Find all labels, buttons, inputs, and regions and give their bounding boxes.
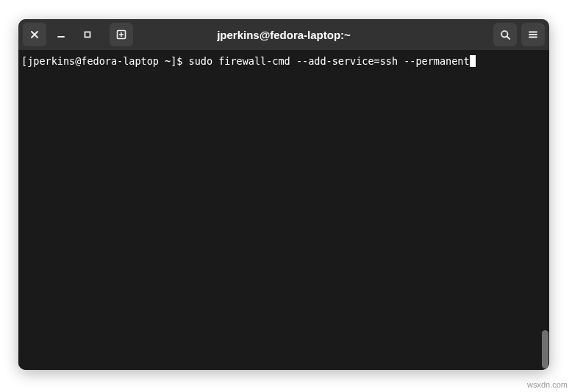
scrollbar-thumb[interactable]: [542, 330, 548, 368]
scrollbar[interactable]: [540, 50, 549, 370]
maximize-button[interactable]: [76, 23, 99, 46]
menu-button[interactable]: [521, 23, 545, 46]
hamburger-icon: [528, 29, 538, 40]
search-button[interactable]: [493, 23, 517, 46]
terminal-window: jperkins@fedora-laptop:~ [jperkins@fedor…: [18, 19, 549, 370]
window-title: jperkins@fedora-laptop:~: [217, 29, 351, 41]
terminal-line: [jperkins@fedora-laptop ~]$ sudo firewal…: [21, 54, 546, 68]
close-icon: [30, 30, 39, 39]
terminal-body[interactable]: [jperkins@fedora-laptop ~]$ sudo firewal…: [18, 50, 549, 370]
shell-prompt: [jperkins@fedora-laptop ~]$: [21, 54, 189, 68]
watermark: wsxdn.com: [527, 380, 568, 389]
cursor: [470, 55, 476, 67]
maximize-icon: [83, 30, 92, 39]
minimize-button[interactable]: [49, 23, 73, 46]
new-tab-button[interactable]: [110, 23, 133, 46]
titlebar-left-controls: [23, 23, 133, 46]
shell-command: sudo firewall-cmd --add-service=ssh --pe…: [189, 54, 470, 68]
minimize-icon: [57, 30, 65, 39]
titlebar-right-controls: [493, 23, 545, 46]
close-button[interactable]: [23, 23, 46, 46]
svg-rect-0: [85, 32, 90, 38]
search-icon: [500, 29, 511, 40]
titlebar: jperkins@fedora-laptop:~: [18, 19, 549, 50]
new-tab-icon: [115, 29, 127, 40]
